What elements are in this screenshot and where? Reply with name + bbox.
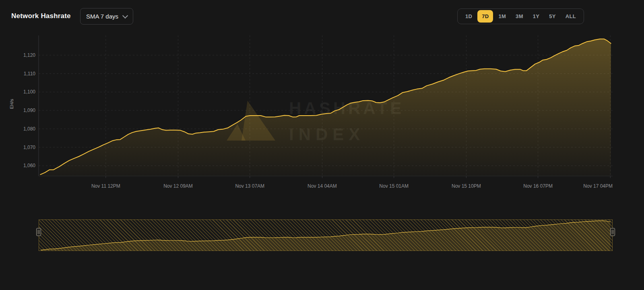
y-tick-label: 1,100 [23, 89, 35, 95]
y-tick-label: 1,120 [23, 52, 35, 58]
y-tick-label: 1,080 [23, 126, 35, 132]
y-tick-label: 1,090 [23, 108, 35, 113]
y-tick-label: 1,060 [23, 163, 35, 168]
x-tick-label: Nov 11 12PM [91, 183, 120, 189]
y-tick-label: 1,070 [23, 145, 35, 150]
x-tick-label: Nov 16 07PM [523, 183, 553, 189]
x-tick-label: Nov 17 04PM [583, 183, 613, 189]
navigator-mini-chart [39, 220, 612, 251]
x-tick-label: Nov 12 09AM [163, 183, 193, 189]
x-tick-label: Nov 15 01AM [379, 183, 409, 189]
y-axis-title: EH/s [9, 99, 14, 109]
y-tick-label: 1,110 [24, 71, 35, 77]
navigator-handle-right[interactable] [610, 228, 615, 236]
hashrate-chart[interactable]: HASHRATEINDEX1,0601,0701,0801,0901,1001,… [0, 0, 644, 220]
network-hashrate-widget: Network Hashrate SMA 7 days 1D7D1M3M1Y5Y… [0, 0, 644, 290]
navigator-track[interactable] [39, 220, 613, 251]
x-tick-label: Nov 15 10PM [452, 183, 481, 189]
x-tick-label: Nov 13 07AM [235, 183, 264, 189]
x-tick-label: Nov 14 04AM [308, 183, 337, 189]
navigator-area-fill [41, 221, 610, 251]
navigator-handle-left[interactable] [36, 228, 41, 236]
